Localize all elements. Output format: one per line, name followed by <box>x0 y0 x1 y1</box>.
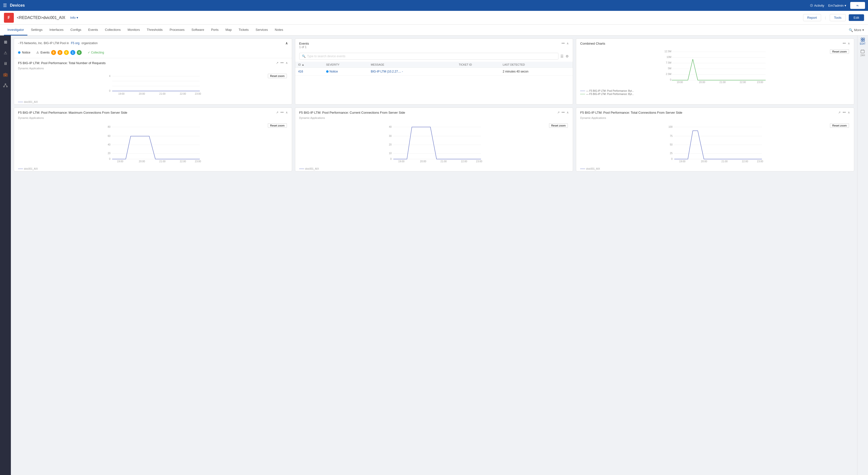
col-id[interactable]: ID ▲ <box>295 62 323 68</box>
chart3-trend-icon[interactable]: ↗ <box>557 111 560 114</box>
svg-text:10: 10 <box>389 152 392 155</box>
chart2-collapse-icon[interactable]: ∧ <box>286 111 288 114</box>
combined-collapse-icon[interactable]: ∧ <box>848 42 850 45</box>
tab-processes[interactable]: Processes <box>166 25 188 35</box>
tab-investigator[interactable]: Investigator <box>4 25 27 35</box>
events-table-wrapper: ID ▲ SEVERITY MESSAGE TICKET ID LAST DET… <box>295 62 573 75</box>
svg-line-3 <box>4 84 5 86</box>
chart4-collapse-icon[interactable]: ∧ <box>848 111 850 114</box>
events-section: ⚠ Events 0 0 0 1 0 <box>36 50 82 55</box>
col-last-detected: LAST DETECTED <box>500 62 573 68</box>
tab-ports[interactable]: Ports <box>208 25 222 35</box>
main-content: - F5 Networks, Inc. BIG-IP LTM Pool in F… <box>11 35 857 475</box>
reset-zoom-button-4[interactable]: Reset zoom <box>830 123 849 128</box>
events-search-bar: 🔍 Type to search device events ☰ ⚙ <box>295 51 573 62</box>
chart1-svg: 4 0 19:00 20:00 21:00 22:00 23:00 <box>18 74 288 96</box>
tab-events[interactable]: Events <box>85 25 101 35</box>
chart2-trend-icon[interactable]: ↗ <box>276 111 278 114</box>
top-navbar: ☰ Devices Activity Em7admin ▾ SL <box>0 0 868 11</box>
svg-rect-82 <box>861 50 864 53</box>
event-message: BIG-IP LTM (10.2.27.... - <box>368 68 456 75</box>
svg-text:21:00: 21:00 <box>720 81 726 83</box>
svg-text:23:00: 23:00 <box>757 81 763 83</box>
combined-legend: — F5 BIG-IP LTM: Pool Performance: Byt..… <box>576 88 854 98</box>
badge-minor: 0 <box>64 50 69 55</box>
chart3-subtitle: Dynamic Applications <box>295 116 573 121</box>
svg-text:40: 40 <box>389 126 392 128</box>
reset-zoom-button-2[interactable]: Reset zoom <box>268 123 287 128</box>
svg-point-2 <box>6 86 7 87</box>
edit-panel-button[interactable]: EDIT <box>860 37 866 45</box>
sidebar-icon-network[interactable] <box>1 81 10 90</box>
chart4-more-icon[interactable]: ••• <box>843 111 846 114</box>
sidebar-icon-grid[interactable]: ⊞ <box>1 37 10 46</box>
right-sidebar: EDIT 24H <box>857 35 868 475</box>
chart2-more-icon[interactable]: ••• <box>280 111 284 114</box>
user-menu[interactable]: Em7admin ▾ <box>828 4 846 7</box>
svg-text:12.5M: 12.5M <box>664 50 672 53</box>
tab-tickets[interactable]: Tickets <box>235 25 252 35</box>
svg-rect-78 <box>861 38 863 39</box>
tab-notes[interactable]: Notes <box>271 25 287 35</box>
event-id[interactable]: 416 <box>295 68 323 75</box>
hamburger-icon[interactable]: ☰ <box>3 3 7 8</box>
chart4-subtitle: Dynamic Applications <box>576 116 854 121</box>
events-collapse-icon[interactable]: ∧ <box>566 42 569 45</box>
svg-text:100: 100 <box>669 126 673 128</box>
svg-text:30: 30 <box>389 135 392 137</box>
events-card-header: Events 1 of 1 ••• ∧ <box>295 39 573 51</box>
trend-icon[interactable]: ↗ <box>276 61 278 65</box>
time-range-button[interactable]: 24H <box>860 49 865 57</box>
events-count: 1 of 1 <box>299 45 309 49</box>
reset-zoom-button-combined[interactable]: Reset zoom <box>830 49 849 54</box>
tab-services[interactable]: Services <box>252 25 271 35</box>
settings-icon[interactable]: ⚙ <box>566 54 569 58</box>
tab-interfaces[interactable]: Interfaces <box>46 25 67 35</box>
sidebar-icon-monitor[interactable]: 🖥 <box>1 59 10 68</box>
chart4-trend-icon[interactable]: ↗ <box>838 111 841 114</box>
collapse-icon[interactable]: ∧ <box>286 61 288 65</box>
svg-rect-79 <box>863 38 865 39</box>
chart4-legend: dvic001_AIX <box>576 167 854 171</box>
tab-thresholds[interactable]: Thresholds <box>144 25 166 35</box>
report-button[interactable]: Report <box>803 14 821 21</box>
tab-map[interactable]: Map <box>222 25 235 35</box>
checkmark-icon: ✓ <box>88 51 90 54</box>
more-tabs-button[interactable]: 🔍 More ▾ <box>849 28 864 32</box>
tab-configs[interactable]: Configs <box>67 25 85 35</box>
tab-monitors[interactable]: Monitors <box>124 25 144 35</box>
events-more-icon[interactable]: ••• <box>562 42 565 45</box>
svg-point-0 <box>5 83 6 84</box>
more-options-icon[interactable]: ••• <box>280 61 284 65</box>
list-view-icon[interactable]: ☰ <box>560 54 564 58</box>
sidebar-icon-alert[interactable]: ⚠ <box>1 48 10 57</box>
org-link[interactable]: F5 org <box>71 41 80 45</box>
device-icon: F <box>4 13 14 23</box>
chart3-collapse-icon[interactable]: ∧ <box>566 111 569 114</box>
sidebar-icon-business[interactable]: 💼 <box>1 70 10 79</box>
svg-text:19:00: 19:00 <box>118 93 124 95</box>
edit-button[interactable]: Edit <box>849 14 864 21</box>
tab-settings[interactable]: Settings <box>27 25 46 35</box>
combined-more-icon[interactable]: ••• <box>843 42 846 45</box>
svg-text:19:00: 19:00 <box>117 160 123 163</box>
svg-text:20:00: 20:00 <box>139 93 145 95</box>
chart3-legend-line-icon <box>299 169 304 169</box>
chart3-more-icon[interactable]: ••• <box>562 111 565 114</box>
activity-link[interactable]: Activity <box>810 4 824 7</box>
collapse-top-button[interactable]: ∧ <box>285 41 288 45</box>
events-search-input[interactable]: 🔍 Type to search device events <box>299 53 559 60</box>
reset-zoom-button-3[interactable]: Reset zoom <box>549 123 568 128</box>
main-layout: ⊞ ⚠ 🖥 💼 - F5 Networks, Inc. BIG-IP LTM P… <box>0 35 868 475</box>
svg-text:25: 25 <box>670 152 673 155</box>
reset-zoom-button-1[interactable]: Reset zoom <box>268 74 287 78</box>
tools-button[interactable]: Tools <box>830 14 845 21</box>
info-dropdown[interactable]: Info ▾ <box>68 15 81 21</box>
tab-software[interactable]: Software <box>188 25 208 35</box>
svg-text:20:00: 20:00 <box>139 160 145 163</box>
tab-collections[interactable]: Collections <box>101 25 124 35</box>
pool-performance-card: - F5 Networks, Inc. BIG-IP LTM Pool in F… <box>14 38 292 105</box>
svg-text:0: 0 <box>670 78 672 81</box>
chart3-area: Reset zoom 40 30 20 10 0 19:00 20:00 <box>295 121 573 167</box>
notice-dot-icon <box>18 51 21 54</box>
